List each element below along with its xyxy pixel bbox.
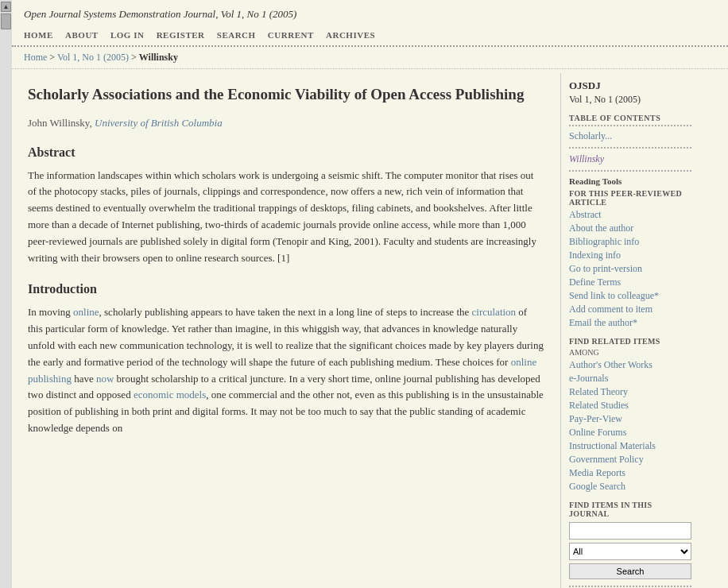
related-link-google[interactable]: Google Search xyxy=(569,481,691,493)
sidebar-divider-1 xyxy=(569,147,691,149)
toc-label: TABLE OF CONTENTS xyxy=(569,114,691,126)
reading-link-indexing[interactable]: Indexing info xyxy=(569,250,691,261)
article-title: Scholarly Associations and the Economic … xyxy=(28,85,544,105)
sidebar-willinsky-link[interactable]: Willinsky xyxy=(569,153,691,165)
related-link-government[interactable]: Government Policy xyxy=(569,454,691,466)
nav: HOME ABOUT LOG IN REGISTER SEARCH CURREN… xyxy=(12,25,728,47)
related-link-forums[interactable]: Online Forums xyxy=(569,427,691,439)
sidebar-search-select[interactable]: All xyxy=(569,543,691,560)
header: Open Journal Systems Demonstration Journ… xyxy=(12,0,728,25)
breadcrumb-vol[interactable]: Vol 1, No 1 (2005) xyxy=(57,52,129,63)
sidebar: OJSDJ Vol 1, No 1 (2005) TABLE OF CONTEN… xyxy=(560,73,699,588)
sidebar-scholarly-link[interactable]: Scholarly... xyxy=(569,130,691,142)
author-affiliation: University of British Columbia xyxy=(95,117,223,129)
related-link-theory[interactable]: Related Theory xyxy=(569,386,691,398)
journal-title: Open Journal Systems Demonstration Journ… xyxy=(24,8,296,20)
nav-login[interactable]: LOG IN xyxy=(110,30,144,40)
circulation-link[interactable]: circulation xyxy=(472,306,517,318)
intro-text: In moving online, scholarly publishing a… xyxy=(28,304,544,436)
find-in-journal-label: FIND ITEMS IN THIS JOURNAL xyxy=(569,501,691,518)
related-link-studies[interactable]: Related Studies xyxy=(569,400,691,412)
related-link-other-works[interactable]: Author's Other Works xyxy=(569,359,691,371)
abstract-text: The information landscapes within which … xyxy=(28,168,544,267)
content-layout: Scholarly Associations and the Economic … xyxy=(12,73,728,588)
reading-link-bibliographic[interactable]: Bibliographic info xyxy=(569,236,691,248)
main-content: Scholarly Associations and the Economic … xyxy=(12,73,560,588)
reading-link-abstract[interactable]: Abstract xyxy=(569,209,691,221)
reading-link-about-author[interactable]: About the author xyxy=(569,222,691,234)
abstract-heading: Abstract xyxy=(28,145,544,160)
author-info: John Willinsky, University of British Co… xyxy=(28,117,544,130)
scroll-thumb[interactable] xyxy=(1,14,11,29)
sidebar-journal-abbr: OJSDJ xyxy=(569,79,691,92)
sidebar-search-button[interactable]: Search xyxy=(569,563,691,579)
nav-current[interactable]: CURRENT xyxy=(268,30,314,40)
related-link-ppp[interactable]: Pay-Per-View xyxy=(569,413,691,425)
related-link-media[interactable]: Media Reports xyxy=(569,467,691,479)
sidebar-search-select-wrapper: All xyxy=(569,543,691,560)
related-link-ejournals[interactable]: e-Journals xyxy=(569,373,691,385)
now-link[interactable]: now xyxy=(96,373,114,385)
sidebar-search-input[interactable] xyxy=(569,522,691,540)
economic-models-link[interactable]: economic models xyxy=(134,389,206,400)
breadcrumb: Home > Vol 1, No 1 (2005) > Willinsky xyxy=(12,47,728,69)
nav-archives[interactable]: ARCHIVES xyxy=(326,30,375,40)
online-link[interactable]: online xyxy=(73,306,99,318)
reading-link-send[interactable]: Send link to colleague* xyxy=(569,290,691,302)
nav-register[interactable]: REGISTER xyxy=(157,30,205,40)
find-related-label: FIND RELATED ITEMS xyxy=(569,337,691,346)
scrollbar[interactable]: ▲ ▼ xyxy=(0,0,12,588)
nav-about[interactable]: ABOUT xyxy=(65,30,99,40)
nav-search[interactable]: SEARCH xyxy=(217,30,256,40)
reading-tools-label: Reading Tools xyxy=(569,176,691,186)
among-label: AMONG xyxy=(569,348,691,357)
breadcrumb-current: Willinsky xyxy=(139,52,178,63)
sidebar-divider-2 xyxy=(569,170,691,172)
author-name: John Willinsky, xyxy=(28,117,92,129)
scroll-up-btn[interactable]: ▲ xyxy=(1,2,11,12)
sidebar-journal-vol: Vol 1, No 1 (2005) xyxy=(569,94,691,106)
reading-link-print[interactable]: Go to print-version xyxy=(569,263,691,275)
reading-link-define[interactable]: Define Terms xyxy=(569,277,691,288)
sidebar-search-box: All Search xyxy=(569,522,691,579)
intro-heading: Introduction xyxy=(28,282,544,296)
reading-link-email[interactable]: Email the author* xyxy=(569,317,691,329)
nav-home[interactable]: HOME xyxy=(24,30,53,40)
breadcrumb-home[interactable]: Home xyxy=(24,52,47,63)
reading-link-comment[interactable]: Add comment to item xyxy=(569,304,691,315)
for-peer-label: FOR THIS PEER-REVIEWED ARTICLE xyxy=(569,189,691,207)
related-link-instructional[interactable]: Instructional Materials xyxy=(569,440,691,452)
